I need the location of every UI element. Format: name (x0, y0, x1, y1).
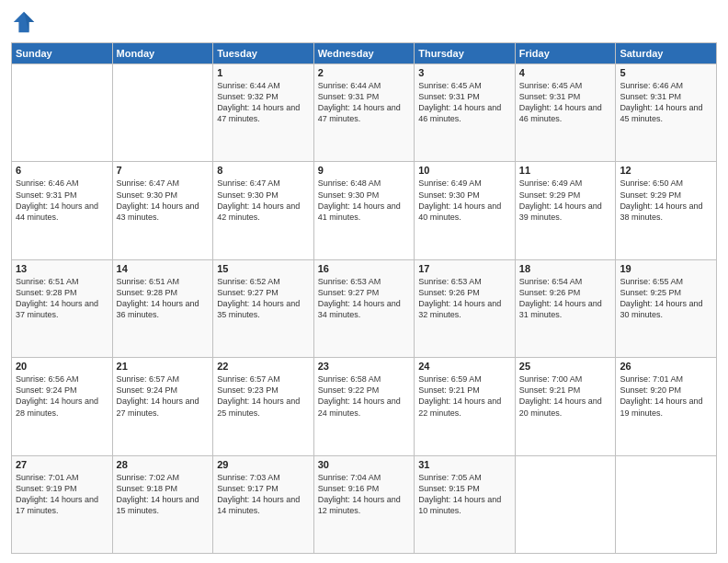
logo-icon (11, 9, 37, 35)
day-number: 10 (418, 165, 511, 176)
cell-content: Sunrise: 6:57 AM Sunset: 9:23 PM Dayligh… (217, 373, 310, 419)
cell-content: Sunrise: 6:45 AM Sunset: 9:31 PM Dayligh… (418, 80, 511, 125)
calendar-cell: 30Sunrise: 7:04 AM Sunset: 9:16 PM Dayli… (313, 455, 415, 553)
calendar-cell: 2Sunrise: 6:44 AM Sunset: 9:31 PM Daylig… (313, 64, 415, 162)
cell-content: Sunrise: 6:51 AM Sunset: 9:28 PM Dayligh… (16, 276, 108, 321)
cell-content: Sunrise: 6:51 AM Sunset: 9:28 PM Dayligh… (117, 276, 210, 321)
cell-content: Sunrise: 7:00 AM Sunset: 9:21 PM Dayligh… (519, 373, 612, 419)
day-number: 12 (620, 165, 712, 176)
calendar-cell: 9Sunrise: 6:48 AM Sunset: 9:30 PM Daylig… (313, 162, 415, 259)
cell-content: Sunrise: 7:05 AM Sunset: 9:15 PM Dayligh… (418, 472, 511, 517)
weekday-header-sunday: Sunday (12, 43, 113, 64)
calendar-cell: 14Sunrise: 6:51 AM Sunset: 9:28 PM Dayli… (112, 259, 213, 357)
calendar-cell: 24Sunrise: 6:59 AM Sunset: 9:21 PM Dayli… (415, 358, 516, 455)
calendar-cell: 23Sunrise: 6:58 AM Sunset: 9:22 PM Dayli… (313, 358, 415, 455)
calendar-table: SundayMondayTuesdayWednesdayThursdayFrid… (11, 42, 717, 554)
calendar-cell: 13Sunrise: 6:51 AM Sunset: 9:28 PM Dayli… (12, 259, 113, 357)
cell-content: Sunrise: 6:45 AM Sunset: 9:31 PM Dayligh… (519, 80, 612, 125)
calendar-cell (12, 64, 113, 162)
day-number: 24 (418, 361, 511, 372)
cell-content: Sunrise: 6:53 AM Sunset: 9:26 PM Dayligh… (418, 276, 511, 321)
cell-content: Sunrise: 6:44 AM Sunset: 9:32 PM Dayligh… (217, 80, 310, 125)
cell-content: Sunrise: 7:01 AM Sunset: 9:19 PM Dayligh… (16, 472, 108, 517)
calendar-cell: 16Sunrise: 6:53 AM Sunset: 9:27 PM Dayli… (313, 259, 415, 357)
day-number: 1 (217, 67, 310, 78)
calendar-cell: 4Sunrise: 6:45 AM Sunset: 9:31 PM Daylig… (515, 64, 616, 162)
cell-content: Sunrise: 6:47 AM Sunset: 9:30 PM Dayligh… (217, 178, 310, 223)
day-number: 20 (16, 361, 108, 372)
weekday-header-monday: Monday (112, 43, 213, 64)
weekday-header-row: SundayMondayTuesdayWednesdayThursdayFrid… (12, 43, 717, 64)
calendar-cell: 18Sunrise: 6:54 AM Sunset: 9:26 PM Dayli… (515, 259, 616, 357)
weekday-header-friday: Friday (515, 43, 616, 64)
calendar-cell: 21Sunrise: 6:57 AM Sunset: 9:24 PM Dayli… (112, 358, 213, 455)
logo (11, 9, 40, 35)
cell-content: Sunrise: 6:54 AM Sunset: 9:26 PM Dayligh… (519, 276, 612, 321)
calendar-cell: 12Sunrise: 6:50 AM Sunset: 9:29 PM Dayli… (616, 162, 717, 259)
calendar-cell: 27Sunrise: 7:01 AM Sunset: 9:19 PM Dayli… (12, 455, 113, 553)
calendar-cell: 28Sunrise: 7:02 AM Sunset: 9:18 PM Dayli… (112, 455, 213, 553)
day-number: 30 (318, 459, 411, 470)
day-number: 11 (519, 165, 612, 176)
cell-content: Sunrise: 6:46 AM Sunset: 9:31 PM Dayligh… (620, 80, 712, 125)
cell-content: Sunrise: 6:53 AM Sunset: 9:27 PM Dayligh… (318, 276, 411, 321)
day-number: 16 (318, 263, 411, 274)
calendar-cell: 17Sunrise: 6:53 AM Sunset: 9:26 PM Dayli… (415, 259, 516, 357)
day-number: 31 (418, 459, 511, 470)
day-number: 2 (318, 67, 411, 78)
calendar-cell (515, 455, 616, 553)
cell-content: Sunrise: 6:49 AM Sunset: 9:30 PM Dayligh… (418, 178, 511, 223)
calendar-cell: 3Sunrise: 6:45 AM Sunset: 9:31 PM Daylig… (415, 64, 516, 162)
day-number: 23 (318, 361, 411, 372)
week-row-3: 20Sunrise: 6:56 AM Sunset: 9:24 PM Dayli… (12, 358, 717, 455)
calendar-cell: 22Sunrise: 6:57 AM Sunset: 9:23 PM Dayli… (213, 358, 314, 455)
cell-content: Sunrise: 6:47 AM Sunset: 9:30 PM Dayligh… (117, 178, 210, 223)
cell-content: Sunrise: 6:49 AM Sunset: 9:29 PM Dayligh… (519, 178, 612, 223)
day-number: 21 (117, 361, 210, 372)
day-number: 27 (16, 459, 108, 470)
day-number: 13 (16, 263, 108, 274)
day-number: 4 (519, 67, 612, 78)
week-row-0: 1Sunrise: 6:44 AM Sunset: 9:32 PM Daylig… (12, 64, 717, 162)
cell-content: Sunrise: 6:46 AM Sunset: 9:31 PM Dayligh… (16, 178, 108, 223)
calendar-cell: 20Sunrise: 6:56 AM Sunset: 9:24 PM Dayli… (12, 358, 113, 455)
calendar-cell: 5Sunrise: 6:46 AM Sunset: 9:31 PM Daylig… (616, 64, 717, 162)
weekday-header-saturday: Saturday (616, 43, 717, 64)
cell-content: Sunrise: 6:48 AM Sunset: 9:30 PM Dayligh… (318, 178, 411, 223)
calendar-cell: 10Sunrise: 6:49 AM Sunset: 9:30 PM Dayli… (415, 162, 516, 259)
calendar-cell (616, 455, 717, 553)
cell-content: Sunrise: 6:44 AM Sunset: 9:31 PM Dayligh… (318, 80, 411, 125)
calendar-cell: 1Sunrise: 6:44 AM Sunset: 9:32 PM Daylig… (213, 64, 314, 162)
cell-content: Sunrise: 6:55 AM Sunset: 9:25 PM Dayligh… (620, 276, 712, 321)
week-row-4: 27Sunrise: 7:01 AM Sunset: 9:19 PM Dayli… (12, 455, 717, 553)
cell-content: Sunrise: 6:59 AM Sunset: 9:21 PM Dayligh… (418, 373, 511, 419)
day-number: 3 (418, 67, 511, 78)
calendar-cell: 15Sunrise: 6:52 AM Sunset: 9:27 PM Dayli… (213, 259, 314, 357)
calendar-cell: 6Sunrise: 6:46 AM Sunset: 9:31 PM Daylig… (12, 162, 113, 259)
cell-content: Sunrise: 7:04 AM Sunset: 9:16 PM Dayligh… (318, 472, 411, 517)
week-row-2: 13Sunrise: 6:51 AM Sunset: 9:28 PM Dayli… (12, 259, 717, 357)
day-number: 18 (519, 263, 612, 274)
day-number: 7 (117, 165, 210, 176)
calendar-page: SundayMondayTuesdayWednesdayThursdayFrid… (0, 0, 728, 563)
day-number: 17 (418, 263, 511, 274)
calendar-cell: 29Sunrise: 7:03 AM Sunset: 9:17 PM Dayli… (213, 455, 314, 553)
day-number: 19 (620, 263, 712, 274)
day-number: 29 (217, 459, 310, 470)
calendar-cell (112, 64, 213, 162)
cell-content: Sunrise: 7:02 AM Sunset: 9:18 PM Dayligh… (117, 472, 210, 517)
cell-content: Sunrise: 6:58 AM Sunset: 9:22 PM Dayligh… (318, 373, 411, 419)
calendar-cell: 7Sunrise: 6:47 AM Sunset: 9:30 PM Daylig… (112, 162, 213, 259)
calendar-cell: 11Sunrise: 6:49 AM Sunset: 9:29 PM Dayli… (515, 162, 616, 259)
day-number: 26 (620, 361, 712, 372)
day-number: 14 (117, 263, 210, 274)
cell-content: Sunrise: 7:03 AM Sunset: 9:17 PM Dayligh… (217, 472, 310, 517)
cell-content: Sunrise: 7:01 AM Sunset: 9:20 PM Dayligh… (620, 373, 712, 419)
cell-content: Sunrise: 6:56 AM Sunset: 9:24 PM Dayligh… (16, 373, 108, 419)
day-number: 25 (519, 361, 612, 372)
day-number: 28 (117, 459, 210, 470)
calendar-cell: 8Sunrise: 6:47 AM Sunset: 9:30 PM Daylig… (213, 162, 314, 259)
day-number: 5 (620, 67, 712, 78)
calendar-cell: 31Sunrise: 7:05 AM Sunset: 9:15 PM Dayli… (415, 455, 516, 553)
week-row-1: 6Sunrise: 6:46 AM Sunset: 9:31 PM Daylig… (12, 162, 717, 259)
